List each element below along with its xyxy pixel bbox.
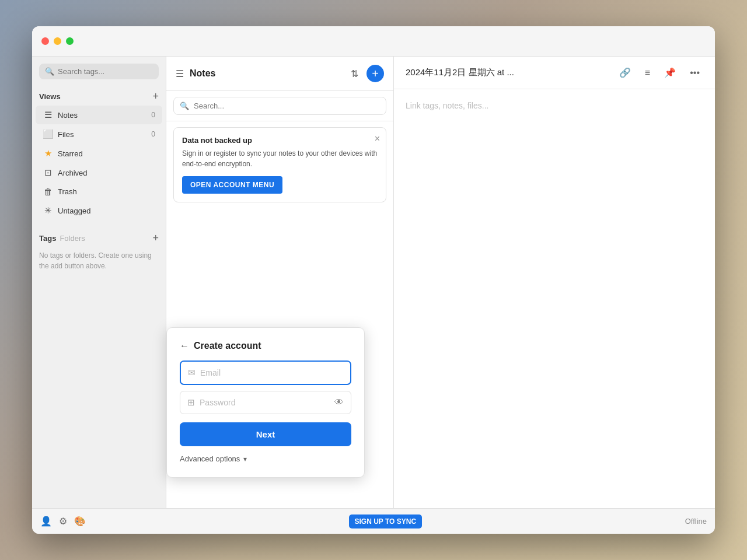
advanced-options-toggle[interactable]: Advanced options ▾ xyxy=(180,454,351,463)
sidebar-item-files[interactable]: ⬜ Files 0 xyxy=(36,125,162,144)
email-input[interactable] xyxy=(200,368,343,377)
files-label: Files xyxy=(58,130,146,139)
note-editor: 2024年11月2日 星期六 at ... 🔗 ≡ 📌 ••• Link tag… xyxy=(394,57,715,508)
traffic-lights xyxy=(41,37,74,45)
sidebar: 🔍 Views + ☰ Notes 0 ⬜ Files 0 xyxy=(32,57,166,508)
back-button[interactable]: ← xyxy=(180,341,189,351)
theme-icon[interactable]: 🎨 xyxy=(74,516,86,527)
folders-label: Folders xyxy=(60,234,85,243)
minimize-button[interactable] xyxy=(54,37,61,45)
settings-icon[interactable]: ⚙ xyxy=(59,516,67,527)
notes-search-container: 🔍 xyxy=(166,91,393,121)
tags-add-button[interactable]: + xyxy=(152,232,159,244)
notes-icon: ☰ xyxy=(43,110,53,120)
starred-label: Starred xyxy=(58,149,155,158)
popup-back-row: ← Create account xyxy=(180,341,351,351)
trash-label: Trash xyxy=(58,187,155,196)
notes-label: Notes xyxy=(58,111,146,120)
close-button[interactable] xyxy=(41,37,49,45)
email-field-container[interactable]: ✉ xyxy=(180,360,351,385)
window-body: 🔍 Views + ☰ Notes 0 ⬜ Files 0 xyxy=(32,57,715,508)
sidebar-item-untagged[interactable]: ✳ Untagged xyxy=(36,201,162,220)
views-label: Views xyxy=(39,92,61,101)
create-account-title: Create account xyxy=(194,341,261,351)
add-note-button[interactable]: + xyxy=(366,65,384,82)
signup-to-sync-button[interactable]: SIGN UP TO SYNC xyxy=(349,514,423,528)
files-count: 0 xyxy=(151,130,155,138)
create-account-popup: ← Create account ✉ ⊞ 👁 Next Advanced opt… xyxy=(166,327,365,478)
backup-banner-title: Data not backed up xyxy=(182,136,378,145)
maximize-button[interactable] xyxy=(66,37,74,45)
password-field-container[interactable]: ⊞ 👁 xyxy=(180,391,351,414)
tags-section: Tags Folders + No tags or folders. Creat… xyxy=(32,225,166,274)
views-section: Views + ☰ Notes 0 ⬜ Files 0 ★ Starred xyxy=(32,84,166,225)
archived-label: Archived xyxy=(58,169,155,177)
notes-count: 0 xyxy=(151,111,155,119)
trash-icon: 🗑 xyxy=(43,187,53,197)
views-add-button[interactable]: + xyxy=(152,91,159,102)
open-account-menu-button[interactable]: OPEN ACCOUNT MENU xyxy=(182,176,282,194)
notes-search-input[interactable] xyxy=(194,102,380,110)
backup-banner-description: Sign in or register to sync your notes t… xyxy=(182,148,378,169)
notes-search-box[interactable]: 🔍 xyxy=(173,97,386,115)
archive-icon: ⊡ xyxy=(43,167,53,178)
sidebar-item-archived[interactable]: ⊡ Archived xyxy=(36,163,162,182)
untagged-label: Untagged xyxy=(58,206,155,215)
notes-header-icon: ☰ xyxy=(176,68,184,79)
sidebar-search-container: 🔍 xyxy=(32,57,166,84)
files-icon: ⬜ xyxy=(43,129,53,139)
password-input[interactable] xyxy=(200,398,330,407)
sort-button[interactable]: ⇅ xyxy=(348,66,361,82)
notes-search-icon: 🔍 xyxy=(180,102,189,110)
star-icon: ★ xyxy=(43,148,53,159)
bottom-bar: 👤 ⚙ 🎨 SIGN UP TO SYNC Offline xyxy=(32,508,715,534)
offline-status: Offline xyxy=(685,517,707,526)
sidebar-item-starred[interactable]: ★ Starred xyxy=(36,144,162,163)
pin-button[interactable]: 📌 xyxy=(661,65,679,80)
format-button[interactable]: ≡ xyxy=(641,65,654,80)
next-button[interactable]: Next xyxy=(180,422,351,446)
views-header: Views + xyxy=(32,89,166,105)
sidebar-item-notes[interactable]: ☰ Notes 0 xyxy=(36,106,162,124)
tags-label: Tags xyxy=(39,234,56,243)
link-button[interactable]: 🔗 xyxy=(616,65,634,80)
tags-header: Tags Folders + xyxy=(39,232,159,244)
editor-placeholder[interactable]: Link tags, notes, files... xyxy=(394,89,715,508)
more-options-button[interactable]: ••• xyxy=(686,65,703,80)
editor-header: 2024年11月2日 星期六 at ... 🔗 ≡ 📌 ••• xyxy=(394,57,715,89)
sidebar-search-box[interactable]: 🔍 xyxy=(39,64,159,79)
backup-banner-close-button[interactable]: × xyxy=(375,134,380,144)
untagged-icon: ✳ xyxy=(43,205,53,216)
notes-panel-title: Notes xyxy=(190,68,343,79)
backup-banner: Data not backed up × Sign in or register… xyxy=(173,127,386,202)
sidebar-item-trash[interactable]: 🗑 Trash xyxy=(36,183,162,201)
search-tags-input[interactable] xyxy=(58,67,153,76)
account-icon[interactable]: 👤 xyxy=(40,516,52,527)
advanced-options-label: Advanced options xyxy=(180,454,240,463)
tags-empty-message: No tags or folders. Create one using the… xyxy=(39,248,159,274)
title-bar xyxy=(32,26,715,57)
show-password-button[interactable]: 👁 xyxy=(334,397,344,408)
editor-note-title: 2024年11月2日 星期六 at ... xyxy=(406,67,609,78)
notes-header: ☰ Notes ⇅ + xyxy=(166,57,393,91)
password-icon: ⊞ xyxy=(187,397,195,408)
search-icon: 🔍 xyxy=(45,67,54,76)
chevron-down-icon: ▾ xyxy=(243,455,247,463)
email-icon: ✉ xyxy=(188,368,196,378)
